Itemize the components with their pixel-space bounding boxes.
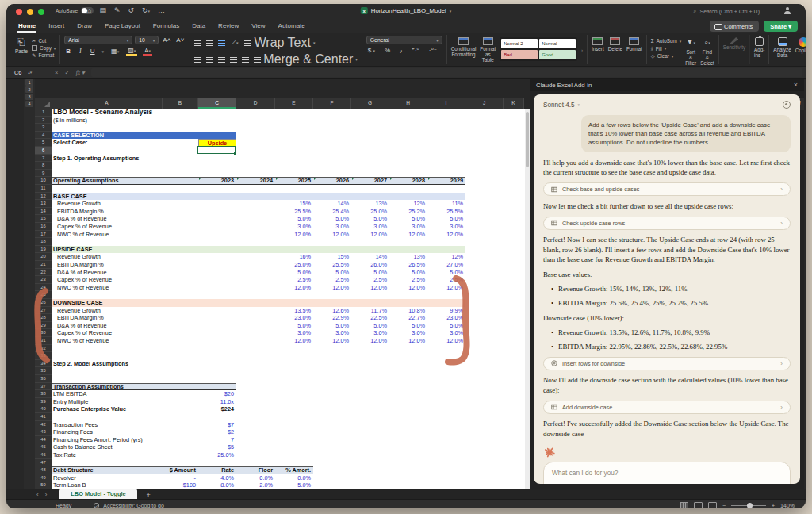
cell-H27[interactable]: 10.8% [389,307,425,315]
cell-H28[interactable]: 22.7% [389,314,425,322]
select-all-corner[interactable] [35,98,52,109]
cell-H23[interactable]: 2.5% [389,276,425,284]
cell-E49[interactable]: 0.0% [275,474,311,482]
zoom-level[interactable]: 140% [780,503,795,508]
cell-F17[interactable]: 12.0% [313,231,349,239]
cell-H29[interactable]: 5.0% [389,322,425,330]
cancel-entry-icon[interactable]: × [55,69,58,76]
cell-H17[interactable]: 12.0% [389,231,425,239]
align-left-icon[interactable] [194,57,201,63]
column-header-I[interactable]: I [427,98,465,109]
ribbon-tab-draw[interactable]: Draw [76,21,93,33]
fill-button[interactable]: ⤓Fill▾ [651,45,681,52]
format-painter-button[interactable]: ✎Format [32,52,56,58]
cell-E48[interactable]: % Amort. [275,466,311,474]
cell-F10[interactable]: 2026 [313,177,349,185]
cell-label-row-40[interactable]: Purchase Enterprise Value [53,405,126,413]
cut-button[interactable]: ✂Cut [32,38,56,44]
column-header-J[interactable]: J [465,98,504,109]
cell-C44[interactable]: 7 [198,436,234,444]
ribbon-tab-home[interactable]: Home [17,21,36,33]
column-header-D[interactable]: D [236,98,275,109]
sort-filter-button[interactable]: ▼▾Sort & Filter [685,36,696,66]
cell-F27[interactable]: 12.6% [313,307,349,315]
bold-button[interactable]: B [64,48,72,55]
align-middle-icon[interactable] [206,40,213,46]
cell-C48[interactable]: Rate [198,466,234,474]
column-header-H[interactable]: H [389,98,427,109]
normal-view-icon[interactable] [680,502,688,508]
analyze-data-button[interactable]: Analyze Data [773,36,791,58]
cell-D49[interactable]: 0.0% [236,474,273,482]
style-good[interactable]: Good [539,50,576,59]
cell-label-row-34[interactable]: Step 2. Model Assumptions [53,360,128,368]
decrease-decimal-icon[interactable]: ·⁰⁻ [427,47,439,54]
cell-H14[interactable]: 25.2% [389,208,425,216]
cell-I13[interactable]: 11% [427,200,463,208]
cell-I27[interactable]: 9.9% [427,307,463,315]
outline-level-button[interactable]: 1 [25,79,33,86]
sheet-tab-active[interactable]: LBO Model - Toggle [59,489,136,499]
page-layout-view-icon[interactable] [694,502,703,508]
cell-E14[interactable]: 25.5% [275,208,311,216]
cell-label-row-38[interactable]: LTM EBITDA [53,390,86,398]
document-title[interactable]: x HorizonHealth_LBO_Model ▾ [361,7,451,14]
cell-label-row-39[interactable]: Entry Multiple [53,398,88,406]
more-icon[interactable]: … [158,6,165,14]
cell-H10[interactable]: 2028 [389,177,425,185]
cell-E17[interactable]: 12.0% [275,231,311,239]
chat-input[interactable]: What can I do for you? ▸▸ Accept all edi… [543,462,791,484]
font-color-icon[interactable]: A▾ [143,47,152,56]
cell-H13[interactable]: 12% [389,200,425,208]
minimize-window-button[interactable] [27,9,33,15]
align-right-icon[interactable] [218,57,225,63]
cell-G20[interactable]: 14% [351,253,387,261]
cell-F16[interactable]: 3.0% [313,223,349,231]
cell-I20[interactable]: 12% [427,253,463,261]
cell-E15[interactable]: 5.0% [275,215,311,223]
cell-I28[interactable]: 23.0% [427,314,463,322]
align-center-icon[interactable] [206,57,213,63]
conditional-formatting-button[interactable]: Conditional Formatting [451,36,477,57]
cell-label-row-7[interactable]: Step 1. Operating Assumptions [53,155,139,163]
confirm-entry-icon[interactable]: ✓ [64,69,69,76]
cell-G15[interactable]: 5.0% [351,215,387,223]
cell-G30[interactable]: 3.0% [351,329,387,337]
cell-H24[interactable]: 12.0% [389,284,425,292]
cell-C40[interactable]: $224 [198,405,234,413]
increase-decimal-icon[interactable]: ⁺·⁰ [410,47,421,54]
style-normal[interactable]: Normal [539,39,576,48]
cell-E23[interactable]: 2.5% [275,276,311,284]
cell-label-row-28[interactable]: EBITDA Margin % [57,314,104,322]
cell-label-row-31[interactable]: NWC % of Revenue [57,337,109,345]
zoom-out-icon[interactable]: − [722,503,726,508]
formula-input[interactable] [91,68,802,77]
cell-E22[interactable]: 5.0% [275,269,311,277]
home-icon[interactable]: ⌂ [87,6,91,14]
column-header-G[interactable]: G [351,98,389,109]
grow-font-button[interactable]: A˄ [161,36,172,44]
cell-label-row-16[interactable]: Capex % of Revenue [57,223,112,231]
cell-G31[interactable]: 12.0% [351,337,387,345]
insert-cells-button[interactable]: Insert [592,36,604,52]
cell-label-row-37[interactable]: Transaction Assumptions [53,383,124,391]
cell-F30[interactable]: 3.0% [313,329,349,337]
merge-center-button[interactable]: Merge & Center▾ [254,52,357,67]
zoom-slider[interactable] [731,505,766,506]
cell-label-row-43[interactable]: Financing Fees [53,428,93,436]
ribbon-tab-insert[interactable]: Insert [48,21,65,33]
cell-H31[interactable]: 12.0% [389,337,425,345]
cell-label-row-24[interactable]: NWC % of Revenue [57,284,109,292]
cell-G14[interactable]: 25.0% [351,208,387,216]
tool-call-chip[interactable]: Check base and upside cases› [543,182,791,196]
cell-I23[interactable]: 2.5% [427,276,463,284]
column-header-A[interactable]: A [52,98,163,109]
cell-E29[interactable]: 5.0% [275,322,311,330]
find-select-button[interactable]: ⌕▾Find & Select [700,36,714,66]
zoom-in-icon[interactable]: + [772,503,775,508]
borders-icon[interactable]: ▦▾ [109,48,121,55]
insert-function-icon[interactable]: fx ▾ [76,69,85,76]
cell-F21[interactable]: 25.5% [313,261,349,269]
column-header-K[interactable]: K [504,98,524,109]
cell-label-row-4[interactable]: CASE SELECTION [53,132,104,140]
